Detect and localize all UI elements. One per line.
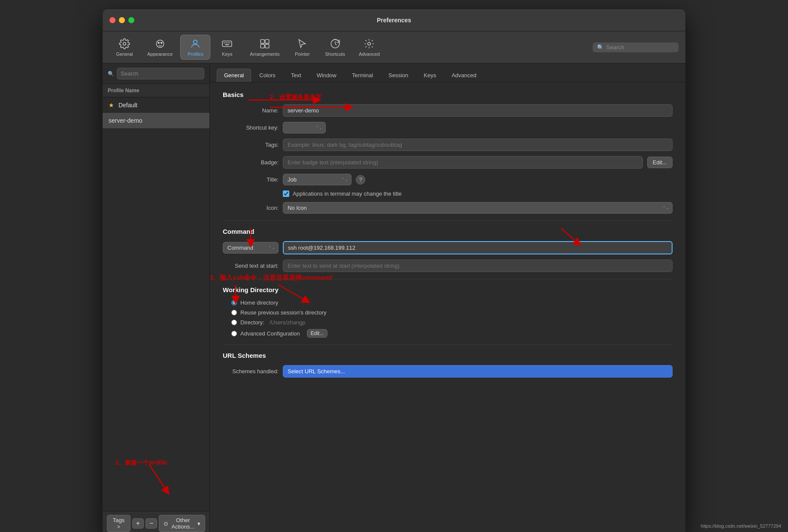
toolbar-item-pointer[interactable]: Pointer bbox=[287, 35, 317, 59]
svg-rect-5 bbox=[222, 41, 232, 47]
reuse-session-radio[interactable] bbox=[231, 310, 237, 315]
sidebar-search-container: 🔍 bbox=[103, 63, 209, 84]
arrangements-icon bbox=[259, 38, 271, 50]
icon-select-wrapper: No Icon bbox=[283, 202, 673, 214]
maximize-button[interactable] bbox=[128, 17, 134, 23]
titlebar: Preferences bbox=[103, 9, 685, 31]
schemes-handled-label: Schemes handled: bbox=[223, 368, 279, 375]
command-section: Command 3、输入ssh命令，注意这里选择command Command … bbox=[223, 228, 673, 272]
profile-item-server-demo[interactable]: server-demo bbox=[103, 113, 209, 128]
custom-directory-label: Directory: bbox=[240, 319, 264, 326]
profiles-label: Profiles bbox=[188, 51, 203, 57]
basics-command-divider bbox=[223, 221, 673, 221]
tab-session[interactable]: Session bbox=[381, 69, 415, 82]
sidebar-footer: Tags > + − ⊙ Other Actions... ▾ bbox=[103, 511, 209, 532]
tab-colors[interactable]: Colors bbox=[252, 69, 283, 82]
add-profile-button[interactable]: + bbox=[132, 518, 144, 529]
advanced-config-label: Advanced Configuration bbox=[240, 330, 300, 337]
home-directory-radio[interactable] bbox=[231, 300, 237, 305]
shortcut-key-row: Shortcut key: bbox=[223, 122, 673, 133]
shortcut-key-select[interactable] bbox=[283, 122, 326, 133]
icon-select[interactable]: No Icon bbox=[283, 202, 673, 214]
apps-change-title-checkbox[interactable] bbox=[283, 190, 289, 197]
name-row: Name: bbox=[223, 104, 673, 117]
toolbar: General Appearance Profiles bbox=[103, 31, 685, 63]
command-row: Command Login shell Custom Shell bbox=[223, 241, 673, 254]
advanced-icon bbox=[363, 38, 375, 50]
window-controls bbox=[109, 17, 134, 23]
name-input[interactable] bbox=[283, 104, 673, 117]
command-title: Command bbox=[223, 228, 673, 235]
url-select-wrapper: Select URL Schemes... bbox=[283, 365, 673, 378]
other-actions-button[interactable]: ⊙ Other Actions... ▾ bbox=[159, 515, 205, 532]
sidebar: 🔍 Profile Name ★ Default server-demo 1、新… bbox=[103, 63, 210, 532]
keyboard-icon bbox=[221, 38, 233, 50]
svg-rect-20 bbox=[261, 44, 264, 48]
chevron-down-icon: ▾ bbox=[197, 520, 200, 527]
advanced-config-radio[interactable] bbox=[231, 331, 237, 336]
command-type-select[interactable]: Command Login shell Custom Shell bbox=[223, 242, 279, 254]
title-row: Title: Job ? bbox=[223, 174, 673, 185]
star-icon: ★ bbox=[109, 102, 114, 109]
toolbar-item-shortcuts[interactable]: Shortcuts bbox=[319, 35, 351, 59]
toolbar-item-profiles[interactable]: Profiles bbox=[180, 35, 210, 60]
tab-window[interactable]: Window bbox=[309, 69, 344, 82]
keys-label: Keys bbox=[222, 51, 232, 57]
tab-keys[interactable]: Keys bbox=[416, 69, 443, 82]
tab-text[interactable]: Text bbox=[284, 69, 309, 82]
custom-directory-row: Directory: /Users/zhangp bbox=[231, 319, 673, 326]
svg-rect-21 bbox=[265, 44, 269, 48]
apps-change-title-row: Applications in terminal may change the … bbox=[283, 190, 673, 197]
sidebar-search-input[interactable] bbox=[117, 68, 204, 79]
icon-label: Icon: bbox=[223, 205, 279, 211]
profile-list-header: Profile Name bbox=[103, 84, 209, 97]
appearance-label: Appearance bbox=[147, 51, 173, 57]
custom-directory-radio[interactable] bbox=[231, 320, 237, 325]
toolbar-item-general[interactable]: General bbox=[109, 35, 139, 59]
title-select[interactable]: Job bbox=[283, 174, 352, 185]
badge-edit-button[interactable]: Edit... bbox=[647, 157, 673, 168]
arrangements-label: Arrangements bbox=[250, 51, 279, 57]
panel-tabs: General Colors Text Window Terminal Sess… bbox=[210, 63, 685, 82]
tags-input[interactable] bbox=[283, 139, 673, 151]
workdir-url-divider bbox=[223, 345, 673, 345]
minimize-button[interactable] bbox=[119, 17, 125, 23]
tab-terminal[interactable]: Terminal bbox=[345, 69, 380, 82]
send-text-row: Send text at start: bbox=[223, 260, 673, 272]
gear-icon bbox=[118, 38, 130, 50]
svg-rect-19 bbox=[265, 39, 269, 43]
search-input[interactable] bbox=[606, 44, 674, 51]
basics-title: Basics bbox=[223, 91, 673, 98]
window-title: Preferences bbox=[377, 17, 411, 24]
tags-label: Tags: bbox=[223, 142, 279, 148]
advanced-config-row: Advanced Configuration Edit... bbox=[231, 329, 673, 338]
toolbar-item-arrangements[interactable]: Arrangements bbox=[244, 35, 285, 59]
svg-point-23 bbox=[368, 42, 371, 45]
shortcuts-icon bbox=[329, 38, 341, 50]
command-input[interactable] bbox=[283, 241, 673, 254]
search-icon: 🔍 bbox=[597, 44, 604, 51]
schemes-handled-row: Schemes handled: Select URL Schemes... bbox=[223, 365, 673, 378]
shortcut-key-select-wrapper bbox=[283, 122, 326, 133]
svg-point-14 bbox=[226, 42, 227, 43]
svg-point-2 bbox=[158, 42, 159, 43]
profile-item-default[interactable]: ★ Default bbox=[103, 97, 209, 113]
tab-general[interactable]: General bbox=[217, 69, 251, 82]
close-button[interactable] bbox=[109, 17, 115, 23]
basics-section: Basics 2、设置服务器名字 bbox=[223, 91, 673, 214]
working-directory-section: Working Directory Home directory Reuse p… bbox=[223, 286, 673, 338]
tags-button[interactable]: Tags > bbox=[107, 515, 130, 532]
toolbar-item-appearance[interactable]: Appearance bbox=[141, 35, 179, 59]
send-text-input[interactable] bbox=[283, 260, 673, 272]
working-directory-title: Working Directory bbox=[223, 286, 673, 293]
url-schemes-select[interactable]: Select URL Schemes... bbox=[283, 365, 673, 378]
badge-input[interactable] bbox=[283, 156, 643, 169]
toolbar-item-keys[interactable]: Keys bbox=[212, 35, 242, 59]
tab-advanced[interactable]: Advanced bbox=[444, 69, 484, 82]
toolbar-item-advanced[interactable]: Advanced bbox=[353, 35, 386, 59]
remove-profile-button[interactable]: − bbox=[145, 518, 157, 529]
advanced-config-edit-button[interactable]: Edit... bbox=[307, 329, 328, 338]
svg-point-4 bbox=[194, 40, 197, 44]
title-help-button[interactable]: ? bbox=[356, 175, 365, 184]
toolbar-search[interactable]: 🔍 bbox=[593, 42, 679, 52]
